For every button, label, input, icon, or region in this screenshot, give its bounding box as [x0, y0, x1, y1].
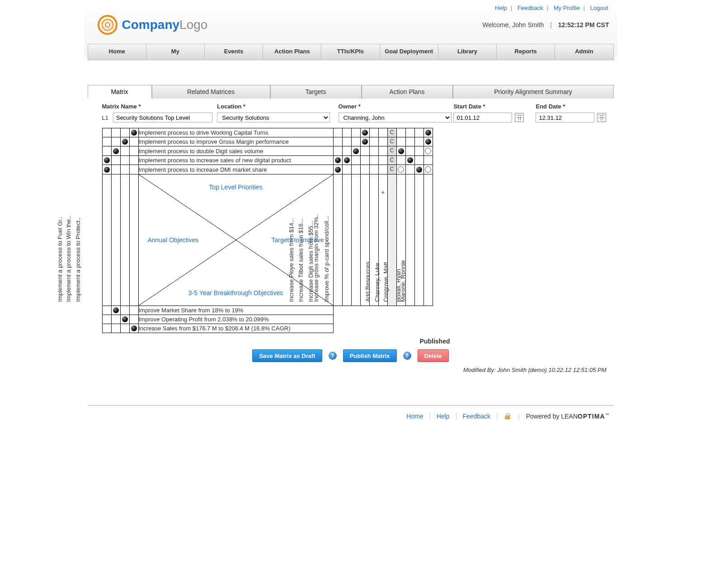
add-resources[interactable]: Add Resources: [364, 262, 371, 304]
correlation-dot[interactable]: [344, 157, 350, 163]
status-label: Published: [84, 335, 617, 345]
start-date-input[interactable]: [453, 113, 512, 122]
logo-text-1: Company: [122, 18, 180, 32]
tab-targets[interactable]: Targets: [270, 85, 362, 99]
top-link-logout[interactable]: Logout: [589, 5, 609, 11]
nav-action-plans[interactable]: Action Plans: [263, 44, 321, 60]
left-process[interactable]: Implement a process to Win the..: [65, 216, 72, 304]
x-matrix: Implement process to drive Working Capit…: [102, 128, 433, 333]
target-column[interactable]: Increase gross margin from 32%..: [313, 214, 320, 304]
correlation-dot[interactable]: [362, 130, 368, 136]
resource-column[interactable]: Marone, Ronnie: [400, 260, 406, 304]
help-icon[interactable]: ?: [403, 352, 411, 360]
correlation-dot[interactable]: [131, 325, 137, 331]
footer-feedback[interactable]: Feedback: [463, 413, 497, 420]
matrix-name-input[interactable]: [113, 113, 212, 122]
welcome-prefix: Welcome,: [482, 21, 512, 28]
nav-admin[interactable]: Admin: [555, 44, 613, 60]
correlation-hollow[interactable]: [425, 166, 431, 173]
nav-goal-deployment[interactable]: Goal Deployment: [380, 44, 438, 60]
correlation-hollow[interactable]: [398, 166, 404, 173]
tab-related-matrices[interactable]: Related Matrices: [152, 85, 270, 99]
priority-row-text[interactable]: Implement process to increase sales of n…: [139, 157, 291, 164]
add-icon[interactable]: +: [380, 188, 385, 197]
label-location: Location *: [217, 103, 338, 110]
clock: 12:52:12 PM CST: [558, 21, 609, 28]
c-badge: C: [388, 146, 396, 155]
correlation-dot[interactable]: [407, 157, 413, 163]
correlation-dot[interactable]: [416, 167, 422, 173]
publish-button[interactable]: Publish Matrix: [343, 349, 397, 362]
target-column[interactable]: Increase Ploye sales from $14...: [288, 218, 295, 304]
correlation-dot[interactable]: [131, 130, 137, 136]
priority-row-text[interactable]: Implement process to double Digit sales …: [139, 148, 263, 155]
correlation-dot[interactable]: [353, 148, 359, 154]
correlation-hollow[interactable]: [425, 148, 431, 154]
correlation-dot[interactable]: [113, 307, 119, 313]
nav-reports[interactable]: Reports: [497, 44, 555, 60]
priority-row-text[interactable]: Implement process to increase DMI market…: [139, 166, 267, 173]
welcome-user: John Smith: [512, 21, 544, 28]
c-badge: C: [388, 156, 396, 165]
footer-help[interactable]: Help: [437, 413, 456, 420]
calendar-icon[interactable]: [515, 113, 524, 122]
label-owner: Owner *: [339, 103, 454, 110]
top-link-help[interactable]: Help: [494, 5, 508, 11]
correlation-dot[interactable]: [398, 148, 404, 154]
nav-home[interactable]: Home: [88, 44, 146, 60]
logo-text-2: Logo: [179, 18, 207, 32]
center-top: Top Level Priorities: [209, 183, 262, 191]
logo-icon: [98, 15, 118, 35]
breakthrough-row-text[interactable]: Increase Sales from $176.7 M to $206.4 M…: [139, 325, 291, 332]
help-icon[interactable]: ?: [329, 352, 337, 360]
center-bottom: 3-5 Year Breakthrough Objectives: [188, 289, 283, 296]
breakthrough-row-text[interactable]: Improve Market Share from 18% to 19%: [139, 307, 244, 314]
correlation-dot[interactable]: [335, 167, 341, 173]
svg-point-2: [105, 23, 110, 27]
resource-column[interactable]: Cosgrove, Matt: [382, 262, 389, 304]
nav-my[interactable]: My: [146, 44, 205, 60]
lock-icon: [503, 412, 512, 420]
correlation-dot[interactable]: [425, 139, 431, 145]
priority-row-text[interactable]: Implement process to drive Working Capit…: [139, 129, 268, 136]
company-logo: CompanyLogo: [98, 15, 208, 35]
c-badge: C: [388, 128, 396, 137]
location-select[interactable]: Security Solutions: [217, 113, 330, 122]
correlation-dot[interactable]: [362, 139, 368, 145]
correlation-dot[interactable]: [122, 316, 128, 322]
correlation-dot[interactable]: [425, 130, 431, 136]
target-column[interactable]: Improve % of p-card spend/coll...: [323, 216, 330, 304]
tab-action-plans[interactable]: Action Plans: [362, 85, 453, 99]
top-link-feedback[interactable]: Feedback: [517, 5, 544, 11]
end-date-input[interactable]: [536, 113, 594, 122]
nav-library[interactable]: Library: [438, 44, 497, 60]
tab-priority-alignment[interactable]: Priority Alignment Summary: [453, 85, 614, 99]
correlation-dot[interactable]: [113, 148, 119, 154]
delete-button[interactable]: Delete: [418, 349, 449, 362]
correlation-dot[interactable]: [335, 157, 341, 163]
owner-select[interactable]: Channing, John: [339, 113, 452, 122]
left-process[interactable]: Implement a process to Fuel Gr..: [56, 216, 63, 304]
correlation-dot[interactable]: [104, 157, 110, 163]
breakthrough-row-text[interactable]: Improve Operating Profit from 2.038% to …: [139, 316, 269, 323]
modified-by-label: Modified By: John Smith (demo) 10.22.12 …: [84, 365, 617, 387]
left-process[interactable]: Implement a process to Protect..: [75, 217, 81, 304]
priority-row-text[interactable]: Implement process to improve Gross Margi…: [139, 138, 289, 145]
tab-matrix[interactable]: Matrix: [88, 85, 152, 99]
correlation-dot[interactable]: [104, 167, 110, 173]
footer-home[interactable]: Home: [406, 413, 430, 420]
target-column[interactable]: Increase Tilbot sales from $16...: [297, 219, 304, 304]
correlation-dot[interactable]: [122, 139, 128, 145]
label-start-date: Start Date *: [453, 103, 536, 110]
level-indicator: L1: [102, 114, 108, 121]
center-left: Annual Objectives: [148, 236, 199, 244]
nav-ttis-kpis[interactable]: TTIs/KPIs: [321, 44, 380, 60]
powered-by: Powered by LEANOPTIMA™: [526, 413, 609, 420]
main-nav: Home My Events Action Plans TTIs/KPIs Go…: [88, 44, 614, 60]
calendar-icon[interactable]: [597, 113, 606, 122]
top-link-my-profile[interactable]: My Profile: [553, 5, 581, 11]
save-draft-button[interactable]: Save Matrix as Draft: [252, 349, 322, 362]
resource-column[interactable]: Channey, Luke: [374, 263, 381, 304]
nav-events[interactable]: Events: [205, 44, 263, 60]
c-badge: C: [388, 137, 396, 146]
